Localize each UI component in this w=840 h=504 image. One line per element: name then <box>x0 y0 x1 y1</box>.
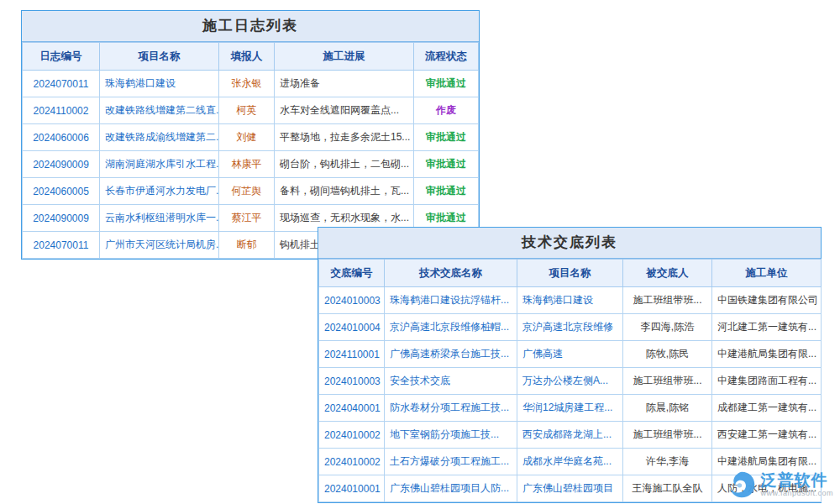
cell-disclosure-id[interactable]: 2024010003 <box>319 368 385 395</box>
cell-disclosure-name[interactable]: 京沪高速北京段维修桩帽... <box>385 314 517 341</box>
cell-progress: 进场准备 <box>275 71 414 97</box>
cell-reporter: 蔡江平 <box>219 205 275 232</box>
header-row: 日志编号项目名称填报人施工进展流程状态 <box>23 43 479 71</box>
table-row[interactable]: 2024110002改建铁路线增建第二线直...柯英水车对全线遮阳网覆盖点...… <box>23 97 479 124</box>
cell-reporter: 断郁 <box>219 232 275 259</box>
cell-log-id[interactable]: 2024090009 <box>23 151 100 178</box>
technical-disclosure-panel: 技术交底列表 交底编号技术交底名称项目名称被交底人施工单位2024010003珠… <box>318 227 822 503</box>
cell-project-name[interactable]: 长春市伊通河水力发电厂... <box>100 178 219 205</box>
cell-project-name[interactable]: 珠海鹤港口建设 <box>517 287 623 314</box>
cell-status: 审批通过 <box>414 124 479 151</box>
cell-project-name[interactable]: 云南水利枢纽潜明水库一... <box>100 205 219 232</box>
cell-status: 审批通过 <box>414 71 479 97</box>
cell-construction-unit: 成都建工第一建筑有... <box>712 395 822 422</box>
table-row[interactable]: 2024010002地下室钢筋分项施工技...西安成都路龙湖上...施工班组带班… <box>319 422 822 449</box>
cell-disclosed-to: 李四海,陈浩 <box>623 314 712 341</box>
column-header-log-id: 日志编号 <box>23 43 100 71</box>
column-header-status: 流程状态 <box>414 43 479 71</box>
cell-project-name[interactable]: 广州市天河区统计局机房... <box>100 232 219 259</box>
table-row[interactable]: 2024010003安全技术交底万达办公楼左侧A...施工班组带班...中建集团… <box>319 368 822 395</box>
cell-disclosed-to: 陈牧,陈民 <box>623 341 712 368</box>
cell-reporter: 张永银 <box>219 71 275 97</box>
cell-disclosure-id[interactable]: 2024010003 <box>319 287 385 314</box>
cell-log-id[interactable]: 2024090009 <box>23 205 100 232</box>
cell-log-id[interactable]: 2024060005 <box>23 178 100 205</box>
watermark-url: www.fanpusoft.com <box>760 490 833 498</box>
cell-project-name[interactable]: 京沪高速北京段维修 <box>517 314 623 341</box>
cell-construction-unit: 中建港航局集团有限... <box>712 341 822 368</box>
cell-disclosed-to: 施工班组带班... <box>623 287 712 314</box>
cell-disclosure-name[interactable]: 安全技术交底 <box>385 368 517 395</box>
cell-disclosure-id[interactable]: 2024010002 <box>319 422 385 449</box>
disclosure-table-title: 技术交底列表 <box>318 228 821 259</box>
cell-project-name[interactable]: 珠海鹤港口建设 <box>100 71 219 97</box>
cell-log-id[interactable]: 2024060006 <box>23 124 100 151</box>
cell-project-name[interactable]: 华润12城房建工程... <box>517 395 623 422</box>
cell-reporter: 柯英 <box>219 97 275 124</box>
cell-status: 审批通过 <box>414 178 479 205</box>
column-header-project-name: 项目名称 <box>517 260 623 287</box>
cell-disclosure-name[interactable]: 珠海鹤港口建设抗浮锚杆... <box>385 287 517 314</box>
cell-project-name[interactable]: 万达办公楼左侧A... <box>517 368 623 395</box>
cell-log-id[interactable]: 2024110002 <box>23 97 100 124</box>
column-header-reporter: 填报人 <box>219 43 275 71</box>
cell-disclosure-id[interactable]: 2024040001 <box>319 395 385 422</box>
cell-project-name[interactable]: 西安成都路龙湖上... <box>517 422 623 449</box>
column-header-project-name: 项目名称 <box>100 43 219 71</box>
cell-status: 审批通过 <box>414 151 479 178</box>
column-header-disclosure-name: 技术交底名称 <box>385 260 517 287</box>
cell-progress: 平整场地，拉走多余泥土15... <box>275 124 414 151</box>
cell-reporter: 何芷舆 <box>219 178 275 205</box>
cell-status: 作废 <box>414 97 479 124</box>
watermark-brand: 泛普软件 <box>760 472 833 490</box>
cell-project-name[interactable]: 广佛高速 <box>517 341 623 368</box>
watermark-text: 泛普软件 www.fanpusoft.com <box>760 472 833 498</box>
cell-construction-unit: 中建集团路面工程有... <box>712 368 822 395</box>
cell-project-name[interactable]: 湖南洞庭湖水库引水工程... <box>100 151 219 178</box>
cell-disclosure-name[interactable]: 广佛高速桥梁承台施工技... <box>385 341 517 368</box>
table-row[interactable]: 2024010003珠海鹤港口建设抗浮锚杆...珠海鹤港口建设施工班组带班...… <box>319 287 822 314</box>
fanpu-watermark: 泛普软件 www.fanpusoft.com <box>727 470 833 499</box>
table-row[interactable]: 2024110001广佛高速桥梁承台施工技...广佛高速陈牧,陈民中建港航局集团… <box>319 341 822 368</box>
table-row[interactable]: 2024010004京沪高速北京段维修桩帽...京沪高速北京段维修李四海,陈浩河… <box>319 314 822 341</box>
cell-project-name[interactable]: 成都水岸华庭名苑... <box>517 449 623 475</box>
cell-construction-unit: 中国铁建集团有限公司 <box>712 287 822 314</box>
table-row[interactable]: 2024070011珠海鹤港口建设张永银进场准备审批通过 <box>23 71 479 97</box>
cell-construction-unit: 西安建工第一建筑有... <box>712 422 822 449</box>
cell-disclosure-name[interactable]: 广东佛山碧桂园项目人防... <box>385 475 517 502</box>
cell-disclosed-to: 施工班组带班... <box>623 368 712 395</box>
cell-disclosed-to: 许华,李海 <box>623 449 712 475</box>
cell-log-id[interactable]: 2024070011 <box>23 71 100 97</box>
cell-disclosure-id[interactable]: 2024010002 <box>319 449 385 475</box>
fanpu-logo-icon <box>727 470 756 499</box>
header-row: 交底编号技术交底名称项目名称被交底人施工单位 <box>319 260 822 287</box>
page: 施工日志列表 日志编号项目名称填报人施工进展流程状态2024070011珠海鹤港… <box>0 0 840 504</box>
disclosure-table: 交底编号技术交底名称项目名称被交底人施工单位2024010003珠海鹤港口建设抗… <box>318 259 822 502</box>
column-header-disclosed-to: 被交底人 <box>623 260 712 287</box>
cell-disclosed-to: 陈晨,陈铭 <box>623 395 712 422</box>
column-header-progress: 施工进展 <box>275 43 414 71</box>
cell-log-id[interactable]: 2024070011 <box>23 232 100 259</box>
cell-project-name[interactable]: 改建铁路成渝线增建第二... <box>100 124 219 151</box>
cell-progress: 砌台阶，钩机排土，二包砌... <box>275 151 414 178</box>
cell-progress: 水车对全线遮阳网覆盖点... <box>275 97 414 124</box>
table-row[interactable]: 2024060006改建铁路成渝线增建第二...刘健平整场地，拉走多余泥土15.… <box>23 124 479 151</box>
table-row[interactable]: 2024060005长春市伊通河水力发电厂...何芷舆备料，砌间墙钩机排土，瓦.… <box>23 178 479 205</box>
cell-disclosure-id[interactable]: 2024110001 <box>319 341 385 368</box>
cell-disclosure-id[interactable]: 2024010001 <box>319 475 385 502</box>
cell-disclosure-name[interactable]: 防水卷材分项工程施工技... <box>385 395 517 422</box>
cell-construction-unit: 河北建工第一建筑有... <box>712 314 822 341</box>
cell-disclosed-to: 施工班组带班... <box>623 422 712 449</box>
table-row[interactable]: 2024040001防水卷材分项工程施工技...华润12城房建工程...陈晨,陈… <box>319 395 822 422</box>
cell-disclosure-id[interactable]: 2024010004 <box>319 314 385 341</box>
cell-progress: 备料，砌间墙钩机排土，瓦... <box>275 178 414 205</box>
cell-project-name[interactable]: 改建铁路线增建第二线直... <box>100 97 219 124</box>
cell-disclosure-name[interactable]: 地下室钢筋分项施工技... <box>385 422 517 449</box>
table-row[interactable]: 2024090009湖南洞庭湖水库引水工程...林康平砌台阶，钩机排土，二包砌.… <box>23 151 479 178</box>
column-header-disclosure-id: 交底编号 <box>319 260 385 287</box>
column-header-construction-unit: 施工单位 <box>712 260 822 287</box>
cell-disclosure-name[interactable]: 土石方爆破分项工程施工... <box>385 449 517 475</box>
cell-project-name[interactable]: 广东佛山碧桂园项目 <box>517 475 623 502</box>
cell-disclosed-to: 王海施工队全队 <box>623 475 712 502</box>
cell-reporter: 刘健 <box>219 124 275 151</box>
